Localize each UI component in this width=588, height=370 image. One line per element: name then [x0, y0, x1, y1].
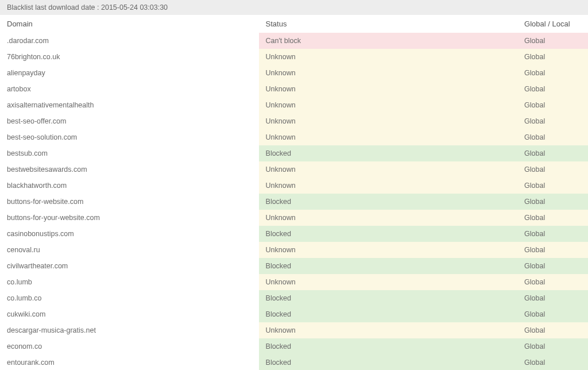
cell-status: Unknown [259, 242, 518, 258]
cell-status: Unknown [259, 322, 518, 338]
cell-status: Blocked [259, 145, 518, 161]
cell-scope: Global [517, 194, 588, 210]
cell-status: Unknown [259, 97, 518, 113]
cell-status: Blocked [259, 338, 518, 354]
col-header-domain[interactable]: Domain [0, 15, 259, 33]
cell-domain: artobox [0, 81, 259, 97]
table-row[interactable]: entourank.comBlockedGlobal [0, 354, 588, 370]
cell-status: Unknown [259, 113, 518, 129]
cell-domain: cukwiki.com [0, 306, 259, 322]
cell-status: Unknown [259, 274, 518, 290]
cell-status: Unknown [259, 81, 518, 97]
table-row[interactable]: descargar-musica-gratis.netUnknownGlobal [0, 322, 588, 338]
cell-status: Unknown [259, 49, 518, 65]
cell-scope: Global [517, 338, 588, 354]
table-row[interactable]: cukwiki.comBlockedGlobal [0, 306, 588, 322]
table-row[interactable]: civilwartheater.comBlockedGlobal [0, 258, 588, 274]
cell-domain: co.lumb [0, 274, 259, 290]
cell-scope: Global [517, 49, 588, 65]
cell-scope: Global [517, 33, 588, 49]
table-row[interactable]: co.lumbUnknownGlobal [0, 274, 588, 290]
table-row[interactable]: cenoval.ruUnknownGlobal [0, 242, 588, 258]
table-header-row: Domain Status Global / Local [0, 15, 588, 33]
cell-scope: Global [517, 322, 588, 338]
cell-status: Can't block [259, 33, 518, 49]
cell-status: Unknown [259, 210, 518, 226]
cell-scope: Global [517, 354, 588, 370]
cell-domain: civilwartheater.com [0, 258, 259, 274]
cell-domain: buttons-for-your-website.com [0, 210, 259, 226]
cell-status: Blocked [259, 290, 518, 306]
table-row[interactable]: buttons-for-website.comBlockedGlobal [0, 194, 588, 210]
cell-scope: Global [517, 65, 588, 81]
cell-domain: blackhatworth.com [0, 178, 259, 194]
cell-domain: best-seo-solution.com [0, 129, 259, 145]
table-row[interactable]: co.lumb.coBlockedGlobal [0, 290, 588, 306]
cell-scope: Global [517, 81, 588, 97]
cell-status: Blocked [259, 258, 518, 274]
table-row[interactable]: buttons-for-your-website.comUnknownGloba… [0, 210, 588, 226]
cell-domain: 76brighton.co.uk [0, 49, 259, 65]
cell-scope: Global [517, 274, 588, 290]
blacklist-date-bar: Blacklist last download date : 2015-05-2… [0, 0, 588, 15]
cell-scope: Global [517, 178, 588, 194]
cell-domain: descargar-musica-gratis.net [0, 322, 259, 338]
cell-scope: Global [517, 306, 588, 322]
cell-scope: Global [517, 113, 588, 129]
cell-status: Unknown [259, 129, 518, 145]
cell-scope: Global [517, 210, 588, 226]
table-row[interactable]: .darodar.comCan't blockGlobal [0, 33, 588, 49]
cell-scope: Global [517, 97, 588, 113]
table-row[interactable]: artoboxUnknownGlobal [0, 81, 588, 97]
cell-status: Unknown [259, 161, 518, 178]
table-row[interactable]: best-seo-solution.comUnknownGlobal [0, 129, 588, 145]
cell-scope: Global [517, 242, 588, 258]
table-row[interactable]: bestsub.comBlockedGlobal [0, 145, 588, 161]
blacklist-date: 2015-05-24 03:03:30 [101, 3, 168, 11]
table-row[interactable]: alienpaydayUnknownGlobal [0, 65, 588, 81]
cell-domain: bestsub.com [0, 145, 259, 161]
table-row[interactable]: casinobonustips.comBlockedGlobal [0, 226, 588, 242]
cell-domain: best-seo-offer.com [0, 113, 259, 129]
cell-scope: Global [517, 290, 588, 306]
cell-scope: Global [517, 226, 588, 242]
cell-scope: Global [517, 145, 588, 161]
table-row[interactable]: 76brighton.co.ukUnknownGlobal [0, 49, 588, 65]
blacklist-table: Domain Status Global / Local .darodar.co… [0, 15, 588, 370]
cell-domain: axisalternativementalhealth [0, 97, 259, 113]
cell-domain: econom.co [0, 338, 259, 354]
cell-domain: entourank.com [0, 354, 259, 370]
cell-status: Blocked [259, 194, 518, 210]
cell-scope: Global [517, 129, 588, 145]
cell-status: Blocked [259, 226, 518, 242]
cell-scope: Global [517, 161, 588, 178]
table-row[interactable]: econom.coBlockedGlobal [0, 338, 588, 354]
table-row[interactable]: axisalternativementalhealthUnknownGlobal [0, 97, 588, 113]
col-header-status[interactable]: Status [259, 15, 518, 33]
col-header-scope[interactable]: Global / Local [517, 15, 588, 33]
cell-domain: buttons-for-website.com [0, 194, 259, 210]
cell-domain: cenoval.ru [0, 242, 259, 258]
table-row[interactable]: best-seo-offer.comUnknownGlobal [0, 113, 588, 129]
blacklist-label: Blacklist last download date : [7, 3, 99, 11]
cell-status: Unknown [259, 178, 518, 194]
cell-scope: Global [517, 258, 588, 274]
cell-status: Blocked [259, 306, 518, 322]
cell-domain: bestwebsitesawards.com [0, 161, 259, 178]
cell-domain: .darodar.com [0, 33, 259, 49]
table-row[interactable]: blackhatworth.comUnknownGlobal [0, 178, 588, 194]
cell-status: Blocked [259, 354, 518, 370]
table-row[interactable]: bestwebsitesawards.comUnknownGlobal [0, 161, 588, 178]
cell-domain: alienpayday [0, 65, 259, 81]
cell-domain: casinobonustips.com [0, 226, 259, 242]
cell-domain: co.lumb.co [0, 290, 259, 306]
cell-status: Unknown [259, 65, 518, 81]
